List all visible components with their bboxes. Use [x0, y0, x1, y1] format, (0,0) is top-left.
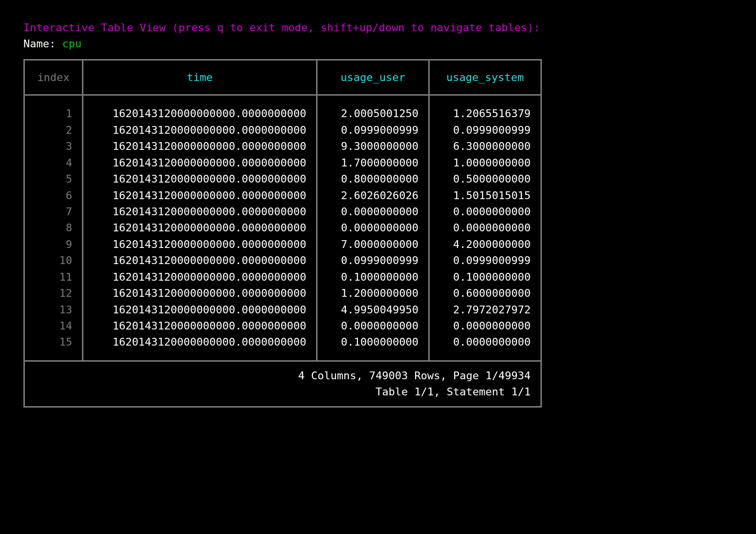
cell-usage-system: 0.0000000000: [429, 204, 541, 220]
footer-line-stats: 4 Columns, 749003 Rows, Page 1/49934: [35, 368, 531, 384]
footer-line-position: Table 1/1, Statement 1/1: [35, 384, 531, 400]
cell-usage-user: 7.0000000000: [317, 236, 429, 252]
table-row[interactable]: 131620143120000000000.00000000004.995004…: [24, 302, 541, 318]
cell-index: 14: [24, 318, 83, 334]
cell-index: 9: [24, 236, 83, 252]
cell-index: 15: [24, 334, 83, 361]
cell-usage-user: 0.0999000999: [317, 122, 429, 138]
cell-usage-system: 0.0000000000: [429, 318, 541, 334]
table-container[interactable]: index time usage_user usage_system 11620…: [23, 59, 542, 408]
cell-time: 1620143120000000000.0000000000: [83, 138, 317, 154]
cell-usage-user: 4.9950049950: [317, 302, 429, 318]
cell-usage-user: 0.8000000000: [317, 171, 429, 187]
cell-usage-system: 0.0000000000: [429, 220, 541, 236]
cell-time: 1620143120000000000.0000000000: [83, 171, 317, 187]
cell-time: 1620143120000000000.0000000000: [83, 252, 317, 268]
cell-index: 6: [24, 187, 83, 204]
cell-usage-user: 1.7000000000: [317, 155, 429, 171]
cell-time: 1620143120000000000.0000000000: [83, 302, 317, 318]
table-row[interactable]: 51620143120000000000.00000000000.8000000…: [24, 171, 541, 187]
cell-time: 1620143120000000000.0000000000: [83, 220, 317, 236]
cell-usage-system: 1.2065516379: [429, 95, 541, 122]
table-row[interactable]: 71620143120000000000.00000000000.0000000…: [24, 204, 541, 220]
cell-index: 11: [24, 269, 83, 285]
cell-time: 1620143120000000000.0000000000: [83, 269, 317, 285]
column-header-usage-user: usage_user: [317, 60, 429, 95]
table-row[interactable]: 61620143120000000000.00000000002.6026026…: [24, 187, 541, 204]
cell-time: 1620143120000000000.0000000000: [83, 155, 317, 171]
cell-time: 1620143120000000000.0000000000: [83, 236, 317, 252]
cell-usage-system: 0.0999000999: [429, 252, 541, 268]
cell-time: 1620143120000000000.0000000000: [83, 334, 317, 361]
table-row[interactable]: 151620143120000000000.00000000000.100000…: [24, 334, 541, 361]
table-row[interactable]: 111620143120000000000.00000000000.100000…: [24, 269, 541, 285]
cell-index: 3: [24, 138, 83, 154]
table-header-row: index time usage_user usage_system: [24, 60, 541, 95]
cell-index: 7: [24, 204, 83, 220]
table-row[interactable]: 91620143120000000000.00000000007.0000000…: [24, 236, 541, 252]
cell-usage-system: 4.2000000000: [429, 236, 541, 252]
cell-usage-user: 0.1000000000: [317, 334, 429, 361]
table-row[interactable]: 81620143120000000000.00000000000.0000000…: [24, 220, 541, 236]
cell-usage-system: 2.7972027972: [429, 302, 541, 318]
table-row[interactable]: 41620143120000000000.00000000001.7000000…: [24, 155, 541, 171]
cell-usage-user: 0.0000000000: [317, 318, 429, 334]
cell-usage-user: 2.6026026026: [317, 187, 429, 204]
cell-usage-system: 1.0000000000: [429, 155, 541, 171]
cell-time: 1620143120000000000.0000000000: [83, 95, 317, 122]
cell-usage-user: 0.1000000000: [317, 269, 429, 285]
table-row[interactable]: 11620143120000000000.00000000002.0005001…: [24, 95, 541, 122]
table-footer: 4 Columns, 749003 Rows, Page 1/49934 Tab…: [24, 361, 541, 407]
cell-time: 1620143120000000000.0000000000: [83, 204, 317, 220]
cell-usage-user: 2.0005001250: [317, 95, 429, 122]
cell-usage-system: 0.6000000000: [429, 285, 541, 301]
cell-usage-system: 0.0999000999: [429, 122, 541, 138]
name-label: Name:: [23, 38, 62, 50]
cell-usage-system: 0.5000000000: [429, 171, 541, 187]
table-row[interactable]: 101620143120000000000.00000000000.099900…: [24, 252, 541, 268]
cell-usage-system: 1.5015015015: [429, 187, 541, 204]
cell-index: 13: [24, 302, 83, 318]
cell-index: 10: [24, 252, 83, 268]
cell-usage-user: 9.3000000000: [317, 138, 429, 154]
cell-usage-user: 0.0999000999: [317, 252, 429, 268]
cell-usage-system: 6.3000000000: [429, 138, 541, 154]
table-row[interactable]: 31620143120000000000.00000000009.3000000…: [24, 138, 541, 154]
table-row[interactable]: 21620143120000000000.00000000000.0999000…: [24, 122, 541, 138]
cell-usage-system: 0.1000000000: [429, 269, 541, 285]
table-row[interactable]: 121620143120000000000.00000000001.200000…: [24, 285, 541, 301]
cell-index: 2: [24, 122, 83, 138]
cell-usage-user: 0.0000000000: [317, 220, 429, 236]
cell-index: 12: [24, 285, 83, 301]
cell-usage-system: 0.0000000000: [429, 334, 541, 361]
cell-time: 1620143120000000000.0000000000: [83, 122, 317, 138]
column-header-time: time: [83, 60, 317, 95]
cell-index: 5: [24, 171, 83, 187]
cell-time: 1620143120000000000.0000000000: [83, 285, 317, 301]
column-header-usage-system: usage_system: [429, 60, 541, 95]
table-row[interactable]: 141620143120000000000.00000000000.000000…: [24, 318, 541, 334]
cell-index: 8: [24, 220, 83, 236]
column-header-index: index: [24, 60, 83, 95]
data-table: index time usage_user usage_system 11620…: [23, 59, 542, 408]
cell-index: 1: [24, 95, 83, 122]
cell-usage-user: 1.2000000000: [317, 285, 429, 301]
cell-index: 4: [24, 155, 83, 171]
name-line: Name: cpu: [23, 36, 733, 52]
cell-time: 1620143120000000000.0000000000: [83, 318, 317, 334]
name-value: cpu: [62, 38, 81, 50]
cell-usage-user: 0.0000000000: [317, 204, 429, 220]
title-line: Interactive Table View (press q to exit …: [23, 20, 733, 36]
cell-time: 1620143120000000000.0000000000: [83, 187, 317, 204]
